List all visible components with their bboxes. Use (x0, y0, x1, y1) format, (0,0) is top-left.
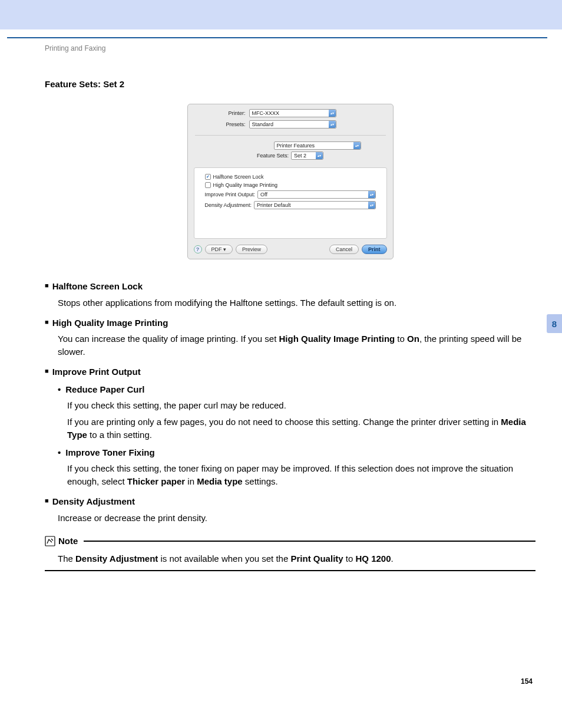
feature-sets-select[interactable]: Set 2 ▴▾ (291, 151, 323, 160)
item-halftone: Halftone Screen Lock (45, 280, 535, 293)
halftone-checkbox-label: Halftone Screen Lock (213, 174, 264, 180)
dropdown-arrow-icon: ▴▾ (316, 152, 323, 159)
cancel-button[interactable]: Cancel (329, 245, 359, 254)
section-heading: Feature Sets: Set 2 (45, 79, 535, 89)
sub-toner-p: If you check this setting, the toner fix… (67, 462, 535, 488)
page-number: 154 (521, 677, 533, 686)
improve-output-select[interactable]: Off ▴▾ (257, 190, 375, 199)
improve-output-label: Improve Print Output: (205, 192, 256, 197)
note-icon (45, 536, 55, 546)
note-block: Note The Density Adjustment is not avail… (45, 535, 535, 571)
improve-output-value: Off (260, 192, 267, 197)
sub-toner: Improve Toner Fixing (58, 446, 535, 459)
note-text: The Density Adjustment is not available … (58, 552, 535, 565)
breadcrumb: Printing and Faxing (45, 44, 535, 52)
header-divider (7, 37, 547, 38)
presets-select[interactable]: Standard ▴▾ (249, 120, 336, 129)
item-density-desc: Increase or decrease the print density. (58, 512, 535, 525)
highquality-checkbox[interactable] (205, 182, 211, 188)
halftone-checkbox[interactable]: ✔ (205, 174, 211, 180)
note-rule (84, 541, 535, 542)
dialog-body: ✔ Halftone Screen Lock High Quality Imag… (194, 167, 387, 239)
preview-button[interactable]: Preview (236, 245, 267, 254)
presets-label: Presets: (195, 121, 249, 127)
item-improve: Improve Print Output (45, 365, 535, 378)
dropdown-arrow-icon: ▴▾ (353, 142, 361, 149)
sub-reduce-p1: If you check this setting, the paper cur… (67, 399, 535, 412)
dropdown-arrow-icon: ▴▾ (329, 110, 336, 117)
chapter-tab: 8 (547, 314, 562, 333)
dropdown-arrow-icon: ▴▾ (329, 121, 336, 128)
note-bottom-rule (45, 570, 535, 571)
page-content: Printing and Faxing Feature Sets: Set 2 … (45, 44, 535, 571)
item-hq: High Quality Image Printing (45, 317, 535, 330)
print-dialog: Printer: MFC-XXXX ▴▾ Presets: Standard ▴… (187, 104, 394, 259)
printer-select[interactable]: MFC-XXXX ▴▾ (249, 109, 336, 117)
svg-rect-0 (45, 536, 55, 546)
content-body: Halftone Screen Lock Stops other applica… (45, 280, 535, 571)
panel-select[interactable]: Printer Features ▴▾ (274, 141, 361, 150)
top-bar (0, 0, 562, 29)
help-icon[interactable]: ? (194, 245, 202, 253)
density-adjust-value: Printer Default (257, 202, 291, 208)
printer-label: Printer: (195, 110, 249, 116)
printer-value: MFC-XXXX (252, 110, 280, 116)
feature-sets-label: Feature Sets: (257, 153, 289, 159)
sub-reduce-curl: Reduce Paper Curl (58, 383, 535, 396)
pdf-button[interactable]: PDF ▾ (205, 245, 233, 254)
panel-value: Printer Features (277, 143, 315, 149)
dropdown-arrow-icon: ▴▾ (368, 191, 375, 198)
density-adjust-label: Density Adjustment: (205, 202, 252, 208)
divider (195, 135, 386, 136)
feature-sets-value: Set 2 (294, 153, 306, 159)
dropdown-arrow-icon: ▴▾ (368, 202, 375, 209)
presets-value: Standard (252, 121, 274, 127)
density-adjust-select[interactable]: Printer Default ▴▾ (254, 201, 375, 209)
highquality-checkbox-label: High Quality Image Printing (213, 182, 278, 188)
item-halftone-desc: Stops other applications from modifying … (58, 297, 535, 309)
sub-reduce-p2: If you are printing only a few pages, yo… (67, 416, 535, 442)
note-label: Note (58, 535, 78, 548)
item-hq-desc: You can increase the quality of image pr… (58, 332, 535, 358)
print-button[interactable]: Print (362, 245, 387, 254)
item-density: Density Adjustment (45, 495, 535, 508)
